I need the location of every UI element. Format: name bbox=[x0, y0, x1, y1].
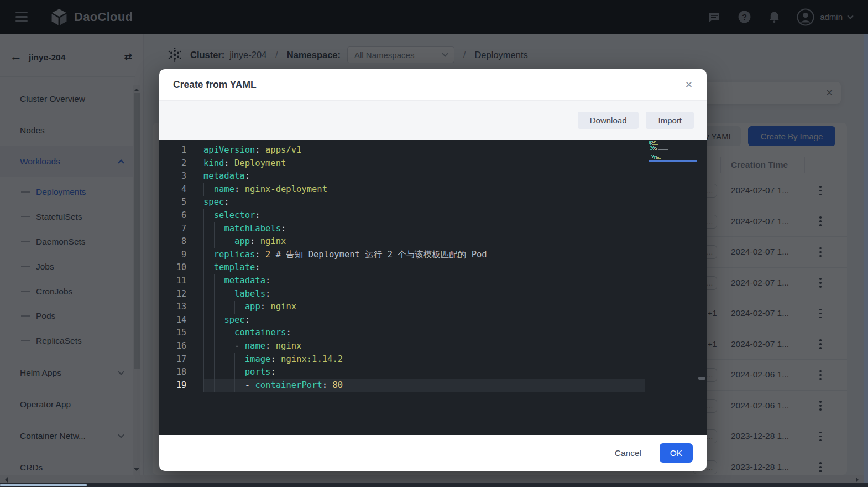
editor-line: 18ports: bbox=[159, 366, 707, 379]
import-button[interactable]: Import bbox=[646, 112, 694, 129]
token-p bbox=[270, 248, 275, 262]
token-p: : bbox=[245, 170, 250, 183]
editor-scrollbar-thumb[interactable] bbox=[698, 377, 705, 380]
token-p: : bbox=[255, 248, 265, 262]
editor-line: 7matchLabels: bbox=[159, 222, 707, 236]
close-icon[interactable]: ✕ bbox=[685, 79, 693, 91]
editor-line: 10template: bbox=[159, 261, 707, 274]
token-c: # 告知 Deployment 运行 2 个与该模板匹配的 Pod bbox=[276, 248, 487, 262]
indent-guide bbox=[203, 183, 214, 196]
indent-guide bbox=[203, 366, 214, 379]
line-code: kind: Deployment bbox=[203, 157, 645, 170]
line-code: metadata: bbox=[203, 170, 645, 183]
minimap-segment bbox=[652, 144, 653, 145]
minimap-segment bbox=[658, 149, 668, 150]
minimap-segment bbox=[657, 158, 661, 158]
browser-horizontal-scrollbar[interactable] bbox=[0, 483, 868, 487]
token-k: name bbox=[245, 340, 265, 353]
token-p: : bbox=[270, 366, 275, 379]
token-p: : bbox=[224, 157, 234, 170]
token-p: : bbox=[260, 301, 271, 314]
token-p: : bbox=[270, 353, 281, 366]
line-number: 18 bbox=[159, 366, 186, 379]
editor-line: 2kind: Deployment bbox=[159, 157, 707, 170]
editor-line: 17image: nginx:1.14.2 bbox=[159, 353, 707, 366]
minimap-segment bbox=[656, 154, 657, 154]
line-number: 15 bbox=[159, 327, 186, 340]
token-k: containers bbox=[234, 327, 286, 340]
yaml-editor[interactable]: 1apiVersion: apps/v12kind: Deployment3me… bbox=[159, 140, 707, 435]
line-code: replicas: 2 # 告知 Deployment 运行 2 个与该模板匹配… bbox=[203, 248, 645, 262]
line-number: 11 bbox=[159, 274, 186, 288]
import-label: Import bbox=[658, 116, 682, 125]
line-number: 6 bbox=[159, 209, 186, 222]
editor-scrollbar-track bbox=[698, 140, 698, 435]
token-p: : bbox=[286, 327, 291, 340]
editor-line: 11metadata: bbox=[159, 274, 707, 288]
indent-guide bbox=[203, 209, 214, 222]
indent-guide bbox=[203, 274, 214, 288]
token-v: apps/v1 bbox=[265, 144, 301, 157]
token-k: app bbox=[245, 301, 260, 314]
indent-guide bbox=[214, 340, 224, 353]
token-k: selector bbox=[214, 209, 255, 222]
token-k: app bbox=[234, 235, 250, 248]
download-button[interactable]: Download bbox=[578, 112, 639, 129]
ok-label: OK bbox=[670, 448, 682, 458]
minimap-segment bbox=[656, 159, 657, 159]
token-p: : bbox=[255, 144, 265, 157]
token-k: replicas bbox=[214, 248, 255, 262]
token-k: metadata bbox=[224, 274, 265, 288]
minimap-segment bbox=[656, 149, 657, 150]
line-code: name: nginx-deployment bbox=[203, 183, 645, 196]
token-v: nginx-deployment bbox=[245, 183, 327, 196]
token-p: : bbox=[265, 288, 270, 301]
editor-line: 3metadata: bbox=[159, 170, 707, 183]
modal-title: Create from YAML bbox=[173, 79, 685, 91]
token-k: template bbox=[214, 261, 255, 274]
editor-line: 14spec: bbox=[159, 314, 707, 327]
browser-vertical-scrollbar[interactable] bbox=[864, 34, 868, 487]
indent-guide bbox=[224, 353, 234, 366]
token-v: nginx bbox=[276, 340, 302, 353]
line-number: 9 bbox=[159, 248, 186, 262]
token-p: : bbox=[281, 222, 286, 236]
token-v: nginx bbox=[270, 301, 296, 314]
line-number: 1 bbox=[159, 144, 186, 157]
token-k: kind bbox=[203, 157, 224, 170]
editor-line: 12labels: bbox=[159, 288, 707, 301]
editor-line: 8app: nginx bbox=[159, 235, 707, 248]
indent-guide bbox=[214, 366, 224, 379]
indent-guide bbox=[203, 314, 214, 327]
minimap-line bbox=[649, 160, 697, 162]
token-k: spec bbox=[203, 196, 224, 209]
token-n: 2 bbox=[265, 248, 270, 262]
line-number: 4 bbox=[159, 183, 186, 196]
cancel-button[interactable]: Cancel bbox=[615, 448, 641, 458]
token-v: Deployment bbox=[234, 157, 286, 170]
line-code: containers: bbox=[203, 327, 645, 340]
editor-line: 1apiVersion: apps/v1 bbox=[159, 144, 707, 157]
editor-line: 9replicas: 2 # 告知 Deployment 运行 2 个与该模板匹… bbox=[159, 248, 707, 262]
line-code: image: nginx:1.14.2 bbox=[203, 353, 645, 366]
indent-guide bbox=[224, 340, 234, 353]
create-from-yaml-modal: Create from YAML ✕ Download Import 1apiV… bbox=[159, 69, 707, 471]
indent-guide bbox=[224, 301, 234, 314]
indent-guide bbox=[203, 353, 214, 366]
indent-guide bbox=[214, 222, 224, 236]
token-p: : bbox=[255, 209, 260, 222]
minimap-segment bbox=[655, 149, 656, 150]
browser-horizontal-scrollbar-thumb[interactable] bbox=[0, 484, 87, 486]
editor-line: 5spec: bbox=[159, 196, 707, 209]
editor-minimap[interactable] bbox=[649, 141, 697, 162]
editor-line: 15containers: bbox=[159, 327, 707, 340]
token-p: : bbox=[255, 261, 260, 274]
line-number: 12 bbox=[159, 288, 186, 301]
line-code: app: nginx bbox=[203, 235, 645, 248]
indent-guide bbox=[203, 235, 214, 248]
line-number: 13 bbox=[159, 301, 186, 314]
indent-guide bbox=[224, 288, 234, 301]
indent-guide bbox=[203, 248, 214, 262]
ok-button[interactable]: OK bbox=[660, 443, 693, 463]
editor-line: 19- containerPort: 80 bbox=[159, 379, 707, 392]
